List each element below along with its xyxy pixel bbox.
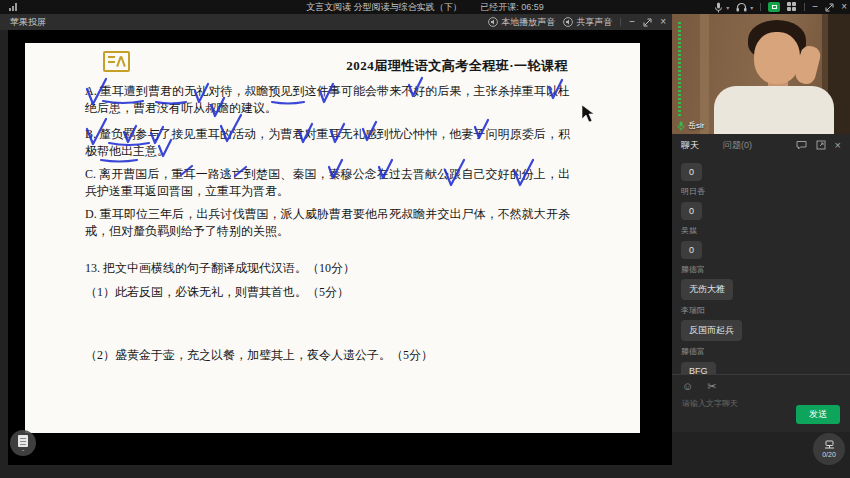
chat-username: 李瑞阳	[681, 305, 841, 316]
chat-message: 滕德富 BFG	[681, 346, 841, 374]
chat-bubble-icon[interactable]	[796, 140, 807, 150]
minimize-button[interactable]: −	[812, 0, 818, 14]
course-title: 2024届理性语文高考全程班·一轮课程	[346, 57, 568, 75]
share-audio-label: 共享声音	[576, 16, 612, 29]
fullscreen-button[interactable]	[825, 3, 834, 12]
divider	[804, 3, 805, 11]
chat-message-list[interactable]: 0 明日香 0 吴媒 0 滕德富 无伤大雅 李瑞阳 反国而起兵 滕德富 BFG	[672, 156, 850, 374]
chat-message: 明日香 0	[681, 186, 841, 220]
page-navigator-button[interactable]: ⌄	[10, 430, 36, 456]
popout-panel-icon[interactable]	[816, 140, 826, 150]
chat-username: 滕德富	[681, 346, 841, 357]
class-title: 文言文阅读 分型阅读与综合实践（下）	[306, 2, 462, 12]
stage-counter-badge[interactable]: 0/20	[813, 433, 845, 465]
emoji-icon[interactable]: ☺	[682, 380, 693, 393]
document-icon	[18, 435, 28, 447]
share-minimize-button[interactable]: −	[629, 15, 635, 29]
close-button[interactable]: ×	[841, 0, 847, 14]
share-audio-toggle[interactable]: 共享声音	[563, 16, 612, 29]
speaker-icon	[488, 17, 498, 27]
option-a: A. 重耳遭到曹君的无礼对待，叔瞻预见到这件事可能会带来不好的后果，主张杀掉重耳…	[85, 83, 570, 117]
chat-username: 明日香	[681, 186, 841, 197]
mic-dropdown-caret[interactable]: ▾	[726, 4, 729, 11]
tab-question[interactable]: 问题(0)	[723, 139, 752, 152]
option-b: B. 釐负羁参与了接见重耳的活动，为曹君对重耳无礼感到忧心忡忡，他妻子问明原委后…	[85, 126, 570, 160]
chat-input-area: ☺ ✂ 发送	[672, 374, 850, 432]
local-audio-label: 本地播放声音	[501, 16, 555, 29]
chat-message: 吴媒 0	[681, 225, 841, 259]
exam-text: A. 重耳遭到曹君的无礼对待，叔瞻预见到这件事可能会带来不好的后果，主张杀掉重耳…	[85, 83, 570, 364]
screen-share-area: 2024届理性语文高考全程班·一轮课程 A. 重耳遭到曹君的无礼对待，叔瞻预见到…	[8, 30, 672, 465]
option-d: D. 重耳即位三年后，出兵讨伐曹国，派人威胁曹君要他吊死叔瞻并交出尸体，不然就大…	[85, 206, 570, 240]
mouse-cursor	[582, 105, 594, 122]
mic-active-icon	[677, 121, 685, 131]
background-detail	[700, 14, 709, 134]
chat-username: 吴媒	[681, 225, 841, 236]
share-close-button[interactable]: ×	[660, 15, 666, 29]
chat-message: 滕德富 无伤大雅	[681, 264, 841, 300]
chat-header: 聊天 问题(0) ×	[672, 134, 850, 156]
local-audio-toggle[interactable]: 本地播放声音	[488, 16, 555, 29]
screen-share-active-icon[interactable]	[768, 2, 780, 12]
send-button[interactable]: 发送	[796, 405, 840, 424]
microphone-icon[interactable]	[714, 2, 723, 13]
share-source-label: 苹果投屏	[10, 16, 46, 29]
layout-grid-icon[interactable]	[787, 2, 797, 12]
question-13-1: （1）此若反国，必诛无礼，则曹其首也。（5分）	[85, 284, 570, 301]
headphone-icon[interactable]	[736, 2, 747, 12]
question-13-2: （2）盛黄金于壶，充之以餐，加璧其上，夜令人遗公子。（5分）	[85, 347, 570, 364]
presenter-name: 岳sir	[688, 120, 704, 131]
stage-count: 0/20	[822, 451, 836, 458]
chat-message: 李瑞阳 反国而起兵	[681, 305, 841, 341]
classin-window: 文言文阅读 分型阅读与综合实践（下） 已经开课: 06:59 ▾ ▾ −	[0, 0, 850, 478]
question-13: 13. 把文中画横线的句子翻译成现代汉语。（10分）	[85, 260, 570, 277]
window-titlebar: 文言文阅读 分型阅读与综合实践（下） 已经开课: 06:59 ▾ ▾ −	[0, 0, 850, 14]
brand-stamp-logo	[103, 51, 130, 72]
share-titlebar: 苹果投屏 本地播放声音 共享声音 − ×	[0, 14, 672, 30]
chat-panel: 聊天 问题(0) × 0 明日香 0 吴媒	[672, 134, 850, 432]
audio-dropdown-caret[interactable]: ▾	[750, 4, 753, 11]
class-elapsed-time: 已经开课: 06:59	[480, 2, 544, 12]
share-fullscreen-button[interactable]	[643, 18, 652, 27]
presenter-name-label: 岳sir	[677, 120, 704, 131]
podium-icon	[824, 440, 835, 450]
chat-username: 滕德富	[681, 264, 841, 275]
tab-chat[interactable]: 聊天	[681, 139, 699, 152]
speaker-icon	[563, 17, 573, 27]
option-c: C. 离开曹国后，重耳一路逃亡到楚国、秦国，秦穆公念在过去晋献公跟自己交好的份上…	[85, 166, 570, 200]
teacher-video-tile: 岳sir	[672, 14, 850, 134]
divider	[620, 18, 621, 26]
scissors-icon[interactable]: ✂	[707, 380, 716, 393]
chat-message: 0	[681, 156, 841, 181]
chat-close-icon[interactable]: ×	[835, 139, 841, 151]
document-page: 2024届理性语文高考全程班·一轮课程 A. 重耳遭到曹君的无礼对待，叔瞻预见到…	[25, 43, 640, 433]
volume-meter	[678, 22, 681, 116]
page-caret-icon: ⌄	[21, 447, 25, 451]
divider	[760, 3, 761, 11]
